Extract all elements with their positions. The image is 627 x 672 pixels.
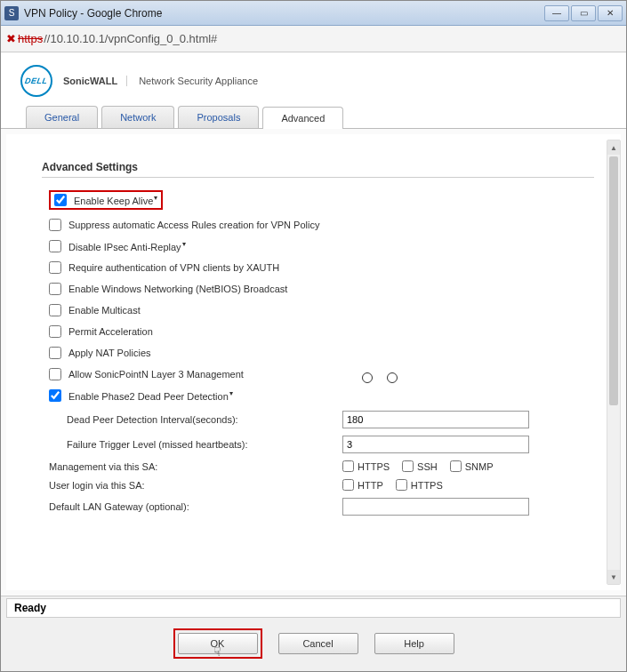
row-mgmt-sa: Management via this SA: HTTPS SSH SNMP [42, 460, 594, 472]
insecure-icon: ✖ [6, 32, 16, 45]
lbl-antireplay: Disable IPsec Anti-Replay▾ [68, 240, 186, 252]
lbl-sonicpoint: Allow SonicPointN Layer 3 Management [68, 369, 244, 380]
maximize-button[interactable]: ▭ [571, 5, 596, 21]
opts-mgmt-sa: HTTPS SSH SNMP [342, 460, 493, 472]
lbl-mgmt-sa: Management via this SA: [49, 461, 342, 472]
radio-1[interactable] [362, 372, 373, 383]
opt-https: HTTPS [342, 460, 390, 472]
window-title: VPN Policy - Google Chrome [24, 7, 544, 20]
row-keepalive: Enable Keep Alive▾ [42, 190, 594, 210]
lbl-suppress: Suppress automatic Access Rules creation… [68, 220, 319, 230]
product-name: SonicWALL [63, 76, 127, 86]
ok-button[interactable]: OK ☟ [178, 633, 258, 654]
content-wrap: Advanced Settings Enable Keep Alive▾ Sup… [1, 129, 626, 596]
lbl-nat: Apply NAT Policies [68, 348, 151, 358]
row-user-sa: User login via this SA: HTTP HTTPS [42, 479, 594, 491]
chk-nat[interactable] [49, 347, 61, 359]
chk-mgmt-ssh[interactable] [402, 460, 414, 472]
row-nat: Apply NAT Policies [42, 347, 594, 359]
row-permitaccel: Permit Acceleration [42, 325, 594, 338]
row-dpd-interval: Dead Peer Detection Interval(seconds): [42, 411, 594, 428]
lbl-dpd: Enable Phase2 Dead Peer Detection▾ [68, 389, 233, 402]
tab-network[interactable]: Network [101, 106, 174, 128]
brand-text: SonicWALL Network Security Appliance [63, 76, 258, 86]
scheme-struck: https [18, 32, 43, 45]
row-sonicpoint: Allow SonicPointN Layer 3 Management [42, 368, 594, 380]
row-xauth: Require authentication of VPN clients by… [42, 261, 594, 274]
close-button[interactable]: ✕ [598, 5, 623, 21]
scrollbar[interactable]: ▲ ▼ [607, 140, 621, 585]
radio-2[interactable] [387, 372, 398, 383]
lbl-multicast: Enable Multicast [68, 305, 141, 316]
dell-logo-icon: DELL [20, 65, 52, 97]
input-dpd-interval[interactable] [342, 411, 529, 428]
opt-user-https: HTTPS [396, 479, 443, 491]
chk-mgmt-snmp[interactable] [450, 460, 462, 472]
chrome-window: S VPN Policy - Google Chrome — ▭ ✕ ✖ htt… [0, 0, 627, 672]
lbl-keepalive: Enable Keep Alive▾ [74, 194, 157, 206]
lbl-user-sa: User login via this SA: [49, 480, 342, 491]
row-netbios: Enable Windows Networking (NetBIOS) Broa… [42, 283, 594, 295]
scroll-down-icon[interactable]: ▼ [607, 570, 620, 584]
button-row: OK ☟ Cancel Help [1, 620, 626, 671]
row-dpd: Enable Phase2 Dead Peer Detection▾ [42, 389, 594, 402]
favicon-icon: S [4, 6, 19, 20]
highlight-keepalive: Enable Keep Alive▾ [49, 190, 163, 210]
brand-row: DELL SonicWALL Network Security Applianc… [1, 52, 626, 106]
cancel-button[interactable]: Cancel [278, 633, 358, 654]
opt-ssh: SSH [402, 460, 438, 472]
url-text: //10.10.10.1/vpnConfig_0_0.html# [44, 32, 217, 45]
highlight-ok: OK ☟ [173, 628, 262, 659]
minimize-button[interactable]: — [544, 5, 569, 21]
section-title: Advanced Settings [42, 161, 594, 178]
tab-advanced[interactable]: Advanced [262, 107, 343, 129]
lbl-dpd-failure: Failure Trigger Level (missed heartbeats… [67, 439, 342, 450]
scroll-up-icon[interactable]: ▲ [607, 140, 620, 155]
window-buttons: — ▭ ✕ [544, 5, 623, 21]
chk-user-https[interactable] [396, 479, 407, 491]
input-gateway[interactable] [342, 498, 529, 516]
tab-general[interactable]: General [26, 106, 98, 128]
tab-row: General Network Proposals Advanced [1, 106, 626, 129]
footer: Ready OK ☟ Cancel Help [1, 596, 626, 671]
chk-user-http[interactable] [342, 479, 354, 491]
lbl-dpd-interval: Dead Peer Detection Interval(seconds): [67, 414, 342, 425]
product-subtitle: Network Security Appliance [139, 76, 258, 86]
row-gateway: Default LAN Gateway (optional): [42, 498, 594, 516]
lbl-xauth: Require authentication of VPN clients by… [68, 262, 279, 273]
opts-gateway [342, 498, 529, 516]
chk-xauth[interactable] [49, 261, 61, 274]
chk-keepalive[interactable] [54, 194, 67, 206]
help-button[interactable]: Help [374, 633, 454, 654]
chk-mgmt-https[interactable] [342, 460, 354, 472]
chk-sonicpoint[interactable] [49, 368, 61, 380]
lbl-netbios: Enable Windows Networking (NetBIOS) Broa… [68, 284, 287, 294]
tab-proposals[interactable]: Proposals [178, 106, 259, 128]
chk-dpd[interactable] [49, 389, 61, 402]
chk-suppress[interactable] [49, 219, 61, 231]
lbl-gateway: Default LAN Gateway (optional): [49, 501, 342, 512]
opt-user-http: HTTP [342, 479, 383, 491]
content: Advanced Settings Enable Keep Alive▾ Sup… [6, 134, 621, 590]
address-bar[interactable]: ✖ https //10.10.10.1/vpnConfig_0_0.html# [1, 26, 626, 52]
titlebar: S VPN Policy - Google Chrome — ▭ ✕ [1, 1, 626, 26]
row-multicast: Enable Multicast [42, 304, 594, 316]
row-suppress: Suppress automatic Access Rules creation… [42, 219, 594, 231]
status-bar: Ready [6, 598, 621, 618]
opt-snmp: SNMP [450, 460, 494, 472]
scroll-thumb[interactable] [609, 156, 618, 405]
lbl-permitaccel: Permit Acceleration [68, 326, 153, 337]
chk-antireplay[interactable] [49, 240, 61, 252]
opts-user-sa: HTTP HTTPS [342, 479, 443, 491]
input-dpd-failure[interactable] [342, 436, 529, 453]
radio-group [362, 372, 398, 383]
chk-multicast[interactable] [49, 304, 61, 316]
chk-netbios[interactable] [49, 283, 61, 295]
chk-permitaccel[interactable] [49, 325, 61, 338]
row-antireplay: Disable IPsec Anti-Replay▾ [42, 240, 594, 252]
row-dpd-failure: Failure Trigger Level (missed heartbeats… [42, 436, 594, 453]
